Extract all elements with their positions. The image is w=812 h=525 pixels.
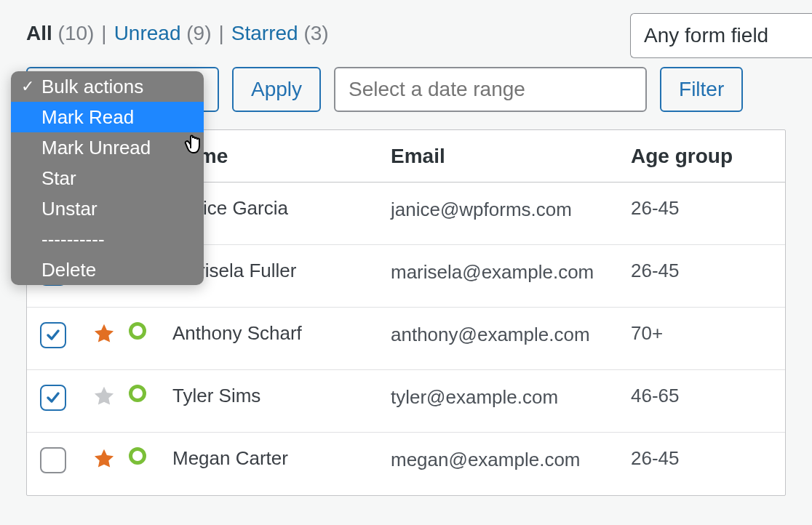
entry-email: anthony@example.com xyxy=(391,322,609,348)
dropdown-item[interactable]: Star xyxy=(11,163,204,193)
dropdown-item[interactable]: ---------- xyxy=(11,224,204,255)
star-icon[interactable] xyxy=(92,385,116,408)
dropdown-header[interactable]: ✓ Bulk actions xyxy=(11,71,204,102)
entry-age: 26-45 xyxy=(631,447,771,470)
star-icon[interactable] xyxy=(92,447,116,470)
entry-email: megan@example.com xyxy=(391,447,609,473)
dropdown-item[interactable]: Mark Unread xyxy=(11,132,204,163)
unread-indicator-icon[interactable] xyxy=(129,447,146,465)
row-checkbox[interactable] xyxy=(40,447,66,473)
row-checkbox[interactable] xyxy=(40,385,66,411)
col-email[interactable]: Email xyxy=(391,145,631,168)
separator: | xyxy=(101,22,106,45)
separator: | xyxy=(219,22,224,45)
filter-starred[interactable]: Starred (3) xyxy=(231,22,329,45)
table-row: Megan Carter megan@example.com 26-45 xyxy=(27,433,785,495)
bulk-actions-dropdown: ✓ Bulk actions Mark ReadMark UnreadStarU… xyxy=(11,71,204,285)
entry-email: marisela@example.com xyxy=(391,260,609,285)
entry-name[interactable]: Megan Carter xyxy=(172,447,391,470)
unread-indicator-icon[interactable] xyxy=(129,322,146,340)
col-age[interactable]: Age group xyxy=(631,145,771,168)
entry-age: 46-65 xyxy=(631,385,771,407)
entry-age: 26-45 xyxy=(631,260,771,282)
filter-all[interactable]: All (10) xyxy=(26,22,94,45)
date-range-input[interactable] xyxy=(334,67,647,112)
check-icon: ✓ xyxy=(21,77,34,96)
col-name[interactable]: Name xyxy=(172,145,391,168)
entry-email: janice@wpforms.com xyxy=(391,197,609,223)
table-row: Anthony Scharf anthony@example.com 70+ xyxy=(27,308,785,370)
apply-button[interactable]: Apply xyxy=(232,67,321,112)
entry-age: 26-45 xyxy=(631,197,771,220)
entry-name[interactable]: Janice Garcia xyxy=(172,197,391,220)
unread-indicator-icon[interactable] xyxy=(129,385,146,402)
table-row: Tyler Sims tyler@example.com 46-65 xyxy=(27,370,785,433)
entry-name[interactable]: Marisela Fuller xyxy=(172,260,391,282)
row-checkbox[interactable] xyxy=(40,322,66,348)
entry-email: tyler@example.com xyxy=(391,385,609,410)
search-input[interactable] xyxy=(630,13,812,58)
filter-unread[interactable]: Unread (9) xyxy=(114,22,212,45)
filter-button[interactable]: Filter xyxy=(660,67,743,112)
star-icon[interactable] xyxy=(92,322,116,345)
entry-age: 70+ xyxy=(631,322,771,345)
entry-name[interactable]: Anthony Scharf xyxy=(172,322,391,345)
dropdown-item[interactable]: Mark Read xyxy=(11,102,204,132)
dropdown-item[interactable]: Unstar xyxy=(11,193,204,224)
entry-name[interactable]: Tyler Sims xyxy=(172,385,391,407)
dropdown-item[interactable]: Delete xyxy=(11,255,204,285)
